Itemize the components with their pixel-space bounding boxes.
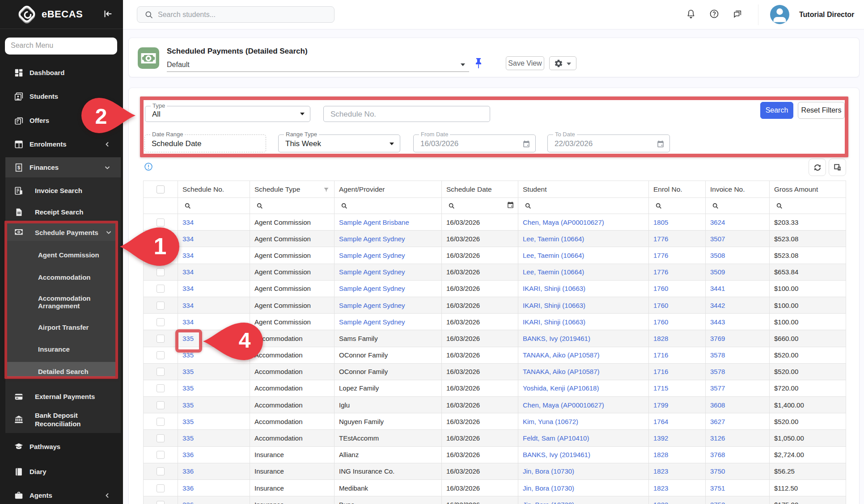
svg-text:$: $ <box>17 165 20 170</box>
